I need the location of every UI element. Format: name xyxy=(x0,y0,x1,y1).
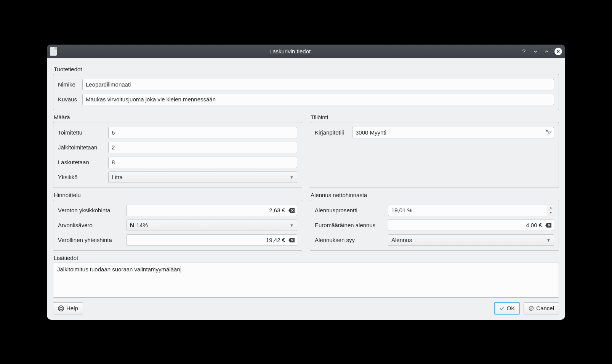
group-extra: Jälkitoimitus tuodaan suoraan valintamyy… xyxy=(53,263,559,298)
section-title-extra: Lisätiedot xyxy=(54,255,559,261)
select-vat[interactable]: N14% ▼ xyxy=(127,220,297,231)
discount-percent-value: 19,01 % xyxy=(388,205,548,216)
input-account[interactable]: 3000 Myynti xyxy=(356,129,544,136)
input-total[interactable]: 19,42 € xyxy=(130,237,287,243)
spinner-up-icon[interactable]: ▲ xyxy=(548,205,554,211)
section-title-pricing: Hinnoittelu xyxy=(54,192,302,198)
group-quantity: Toimitettu Jälkitoimitetaan Laskutetaan … xyxy=(53,122,302,188)
clear-icon[interactable] xyxy=(287,236,296,244)
minimize-icon[interactable] xyxy=(532,48,539,55)
titlebar: Laskurivin tiedot ? xyxy=(47,45,565,58)
discount-reason-value: Alennus xyxy=(391,237,412,243)
input-invoiced[interactable] xyxy=(108,157,297,168)
label-discount-amount: Euromääräinen alennus xyxy=(315,222,388,228)
group-pricing: Veroton yksikköhinta 2,63 € Arvonlisäver… xyxy=(53,200,302,251)
group-product: Nimike Kuvaus xyxy=(53,74,559,110)
label-account: Kirjanpitotili xyxy=(315,129,352,136)
extra-text: Jälkitoimitus tuodaan suoraan valintamyy… xyxy=(57,266,180,273)
lifebuoy-icon xyxy=(58,305,64,311)
label-vat: Arvonlisävero xyxy=(58,222,127,228)
window-title: Laskurivin tiedot xyxy=(60,48,520,55)
vat-letter: N xyxy=(130,222,134,228)
ok-button[interactable]: OK xyxy=(494,302,520,314)
ok-button-label: OK xyxy=(507,305,515,311)
input-discount-amount[interactable]: 4,00 € xyxy=(391,222,544,228)
clear-icon[interactable] xyxy=(544,221,553,229)
dialog-content: Tuotetiedot Nimike Kuvaus Määrä Toimitet… xyxy=(47,58,565,320)
clear-icon[interactable] xyxy=(287,206,296,215)
close-icon[interactable] xyxy=(554,48,562,55)
input-discount-percent[interactable]: 19,01 % ▲ ▼ xyxy=(388,205,554,216)
label-name: Nimike xyxy=(58,81,82,88)
label-desc: Kuvaus xyxy=(58,96,82,103)
input-total-wrapper: 19,42 € xyxy=(127,234,297,246)
cancel-button-label: Cancel xyxy=(536,305,554,311)
section-title-product: Tuotetiedot xyxy=(54,66,559,72)
chevron-down-icon: ▼ xyxy=(546,238,551,242)
dialog-footer: Help OK Cancel xyxy=(53,302,559,314)
label-unit-price: Veroton yksikköhinta xyxy=(58,207,127,213)
input-desc[interactable] xyxy=(82,94,554,105)
input-name[interactable] xyxy=(82,79,554,90)
textarea-extra[interactable]: Jälkitoimitus tuodaan suoraan valintamyy… xyxy=(53,263,559,297)
chevron-down-icon: ▼ xyxy=(290,223,294,228)
help-icon[interactable]: ? xyxy=(520,48,528,55)
spinner-down-icon[interactable]: ▼ xyxy=(548,210,554,216)
help-button[interactable]: Help xyxy=(53,302,83,314)
section-title-posting: Tiliöinti xyxy=(311,114,559,120)
spinner-controls: ▲ ▼ xyxy=(548,205,554,216)
select-unit-value: Litra xyxy=(112,174,123,180)
text-caret xyxy=(181,266,181,273)
dialog-window: Laskurivin tiedot ? Tuotetiedot Nimike K… xyxy=(47,45,565,320)
cancel-button[interactable]: Cancel xyxy=(524,302,559,314)
cancel-icon xyxy=(529,306,534,311)
label-total: Verollinen yhteishinta xyxy=(58,237,127,243)
input-backordered[interactable] xyxy=(108,142,297,153)
document-icon xyxy=(50,47,57,56)
group-discount: Alennusprosentti 19,01 % ▲ ▼ Euromääräin… xyxy=(310,200,559,251)
input-account-wrapper: 3000 Myynti 🔭 xyxy=(352,127,554,138)
section-title-quantity: Määrä xyxy=(54,114,302,120)
binoculars-icon[interactable]: 🔭 xyxy=(544,128,553,137)
select-discount-reason[interactable]: Alennus ▼ xyxy=(388,234,554,246)
maximize-icon[interactable] xyxy=(543,48,551,55)
input-unit-price[interactable]: 2,63 € xyxy=(130,207,287,213)
svg-point-1 xyxy=(60,307,62,309)
window-controls: ? xyxy=(520,48,562,55)
label-unit: Yksikkö xyxy=(58,174,108,180)
group-posting: Kirjanpitotili 3000 Myynti 🔭 xyxy=(310,122,559,188)
input-delivered[interactable] xyxy=(108,127,297,138)
label-backordered: Jälkitoimitetaan xyxy=(58,144,108,151)
label-discount-reason: Alennuksen syy xyxy=(315,237,388,243)
label-delivered: Toimitettu xyxy=(58,129,108,136)
label-invoiced: Laskutetaan xyxy=(58,159,108,165)
select-unit[interactable]: Litra ▼ xyxy=(108,172,297,183)
vat-value: 14% xyxy=(136,222,148,228)
help-button-label: Help xyxy=(66,305,78,311)
label-discount-percent: Alennusprosentti xyxy=(315,207,388,213)
check-icon xyxy=(499,306,505,311)
input-discount-amount-wrapper: 4,00 € xyxy=(388,220,554,231)
section-title-discount: Alennus nettohinnasta xyxy=(311,192,559,198)
input-unit-price-wrapper: 2,63 € xyxy=(127,205,297,216)
chevron-down-icon: ▼ xyxy=(290,175,294,180)
